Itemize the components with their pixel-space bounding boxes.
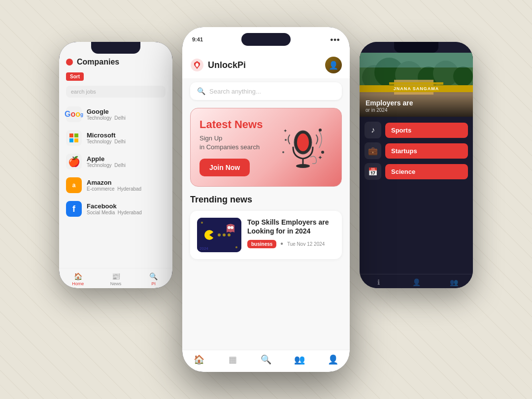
calendar-icon-box: 📅 <box>365 163 381 180</box>
category-badge: business <box>247 240 276 248</box>
apple-logo: 🍎 <box>66 154 82 169</box>
left-screen-title: Companies <box>77 58 119 66</box>
right-nav-info[interactable]: ℹ <box>360 278 398 286</box>
microsoft-logo <box>66 130 82 146</box>
list-item: 💼 Startups <box>365 142 468 159</box>
app-header: UnlockPi 👤 <box>182 52 350 78</box>
right-nav-teams[interactable]: 👥 <box>435 278 473 286</box>
news-thumbnail: 2024 <box>197 218 241 252</box>
company-tags: Technology Delhi <box>87 115 126 121</box>
center-nav-home[interactable]: 🏠 <box>182 354 216 365</box>
list-item[interactable]: Microsoft Technology Delhi <box>59 126 172 150</box>
startups-button[interactable]: Startups <box>385 143 468 159</box>
company-tags: Technology Delhi <box>87 163 126 168</box>
svg-point-6 <box>285 139 287 141</box>
amazon-logo: a <box>66 177 82 193</box>
center-nav-profile[interactable]: 👤 <box>316 354 350 365</box>
list-item[interactable]: Goog Google Technology Delhi <box>59 102 172 126</box>
left-nav-news[interactable]: 📰 News <box>97 272 135 286</box>
join-now-button[interactable]: Join Now <box>200 159 250 176</box>
svg-point-2 <box>297 133 309 151</box>
sort-button[interactable]: Sort <box>66 72 84 81</box>
left-app-logo <box>66 59 73 66</box>
list-item[interactable]: a Amazon E-commerce Hyderabad <box>59 173 172 197</box>
svg-rect-32 <box>389 82 443 85</box>
music-icon: ♪ <box>371 126 375 134</box>
list-item: ♪ Sports <box>365 122 468 138</box>
left-nav-pi-label: PI <box>151 281 156 286</box>
svg-point-29 <box>453 66 473 86</box>
home-icon: 🏠 <box>74 272 82 280</box>
search-icon: 🔍 <box>261 354 271 365</box>
company-tags: Social Media Hyderabad <box>87 210 142 215</box>
svg-point-17 <box>228 226 231 229</box>
right-nav-profile[interactable]: 👤 <box>398 278 435 286</box>
svg-point-19 <box>201 222 203 224</box>
sports-button[interactable]: Sports <box>385 123 468 138</box>
briefcase-icon: 💼 <box>368 146 378 156</box>
svg-point-20 <box>235 246 237 248</box>
left-notch <box>91 42 140 54</box>
news-headline: Top Skills Employers are Looking for in … <box>247 218 335 235</box>
user-avatar[interactable]: 👤 <box>325 57 342 73</box>
center-content: Latest News Sign Up in Companies search … <box>182 104 350 350</box>
left-search-input[interactable]: earch jobs <box>71 89 96 95</box>
grid-icon: ▦ <box>229 354 237 365</box>
profile-icon: 👤 <box>328 354 338 365</box>
trending-title: Trending news <box>190 195 342 205</box>
search-bar[interactable]: 🔍 Search anything... <box>190 82 342 100</box>
left-phone: Companies Sort earch jobs Goog Google T <box>59 42 172 288</box>
hero-illustration: ✦ ✦ <box>273 118 332 177</box>
svg-text:2024: 2024 <box>200 246 208 251</box>
left-nav-news-label: News <box>110 281 122 286</box>
location-banner: JNANA SANGAMA <box>360 85 473 92</box>
company-list: Goog Google Technology Delhi <box>59 100 172 268</box>
briefcase-icon-box: 💼 <box>365 142 381 159</box>
right-notch <box>394 42 438 53</box>
science-button[interactable]: Science <box>385 164 468 179</box>
svg-point-18 <box>231 226 233 229</box>
hero-title: Latest News <box>200 118 273 131</box>
center-nav-teams[interactable]: 👥 <box>283 354 316 365</box>
list-item[interactable]: 🍎 Apple Technology Delhi <box>59 150 172 173</box>
hero-text-area: Latest News Sign Up in Companies search … <box>200 118 273 177</box>
unlockpi-logo-icon <box>190 58 204 72</box>
svg-point-16 <box>228 233 231 236</box>
teams-icon: 👥 <box>450 278 458 286</box>
app-logo-row: UnlockPi <box>190 58 246 72</box>
right-categories: ♪ Sports 💼 Startups 📅 Science <box>360 117 473 274</box>
center-nav-news[interactable]: ▦ <box>216 354 249 365</box>
avatar-image: 👤 <box>325 57 342 73</box>
svg-point-7 <box>321 151 324 154</box>
profile-icon: 👤 <box>412 278 421 286</box>
right-bottom-nav: ℹ 👤 👥 <box>360 274 473 288</box>
music-icon-box: ♪ <box>365 122 381 138</box>
svg-text:✦: ✦ <box>283 128 287 133</box>
news-date: Tue Nov 12 2024 <box>287 241 325 247</box>
pi-icon: 🔍 <box>149 272 158 280</box>
left-nav-pi[interactable]: 🔍 PI <box>134 272 172 286</box>
hero-subtitle: Sign Up in Companies search <box>200 134 273 152</box>
company-tags: Technology Delhi <box>87 139 126 144</box>
svg-point-8 <box>282 151 284 153</box>
microphone-icon: ✦ ✦ <box>276 120 330 174</box>
news-icon: 📰 <box>112 272 120 280</box>
search-icon: 🔍 <box>197 87 205 95</box>
center-bottom-nav: 🏠 ▦ 🔍 👥 👤 <box>182 350 350 372</box>
center-nav-search[interactable]: 🔍 <box>249 354 283 365</box>
company-name: Microsoft <box>87 132 126 139</box>
teams-icon: 👥 <box>294 354 305 365</box>
svg-point-5 <box>319 129 322 132</box>
calendar-icon: 📅 <box>368 167 378 176</box>
right-phone: JNANA SANGAMA Employers are or in 2024 ♪… <box>360 42 473 288</box>
list-item[interactable]: f Facebook Social Media Hyderabad <box>59 197 172 221</box>
info-icon: ℹ <box>377 278 380 286</box>
news-card[interactable]: 2024 Top Skills Employers are Looking fo… <box>190 211 342 259</box>
svg-point-4 <box>296 164 310 168</box>
company-name: Apple <box>87 155 126 163</box>
list-item: 📅 Science <box>365 163 468 180</box>
left-nav-home[interactable]: 🏠 Home <box>59 272 97 286</box>
right-hero-overlay: Employers are or in 2024 <box>360 95 473 117</box>
search-placeholder: Search anything... <box>209 88 261 95</box>
company-tags: E-commerce Hyderabad <box>87 186 141 192</box>
